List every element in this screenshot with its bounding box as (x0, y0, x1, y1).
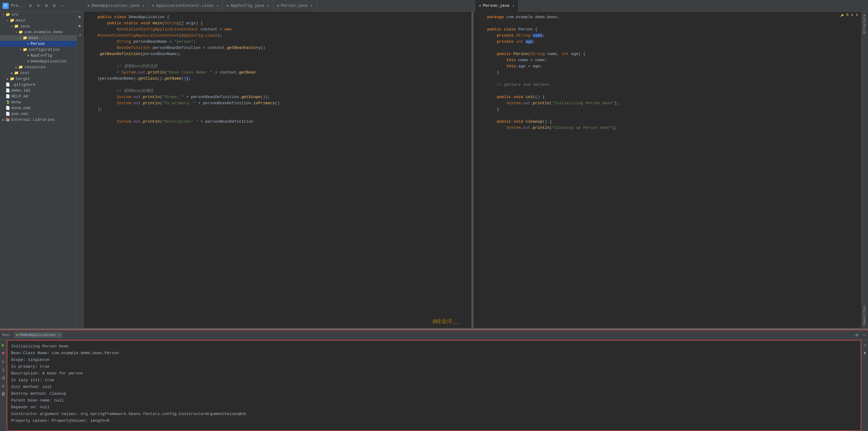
code-line (473, 20, 861, 26)
editor-left: public class DemoApplication { public st… (84, 12, 472, 328)
run-area: Run: ■ DemoApplication ✕ ⚙ — ▶ ■ ↻ ⤓ 🖨 ⇅… (0, 330, 868, 431)
folder-java-icon: 📁 (14, 24, 19, 29)
folder-test-icon: 📁 (14, 71, 19, 75)
right-side-tabs: Structure Favorites (861, 12, 868, 328)
main-area: ▾ 📁 src ▾ 📁 main ▾ 📁 java ▾ (0, 12, 868, 328)
console-line-1: Initializing Person bean (11, 343, 857, 350)
arrow-ext-libs: ▶ (1, 118, 5, 122)
favorites-tab[interactable]: Favorites (861, 303, 868, 328)
close-run-icon[interactable]: — (863, 333, 866, 338)
editor-content-right[interactable]: ✓ ▲ 6 ∧ ∨ package com.example.demo.bean;… (473, 12, 861, 328)
wrap-icon[interactable]: ↩ (863, 342, 866, 348)
folder-main-icon: 📁 (10, 18, 14, 23)
editor-right: ✓ ▲ 6 ∧ ∨ package com.example.demo.bean;… (473, 12, 861, 328)
folder-bean-icon: 📁 (23, 36, 27, 40)
tab-close-appctx[interactable]: ✕ (217, 4, 219, 8)
settings-icon[interactable]: ⚙ (28, 3, 33, 8)
filter-icon[interactable]: ▼ (863, 351, 866, 356)
play-icon[interactable]: ▶ (2, 342, 4, 348)
tree-item-main[interactable]: ▾ 📁 main (0, 18, 76, 23)
label-com: com.example.demo (24, 30, 63, 34)
tree-item-com[interactable]: ▾ 📁 com.example.demo (0, 29, 76, 35)
code-line: ⚡ System.out.println("Bean Class Name: "… (84, 69, 471, 75)
diff-icon[interactable]: ⇅ (2, 383, 4, 389)
print-icon[interactable]: 🖨 (1, 375, 5, 380)
tree-item-ext-libs[interactable]: ▶ 📚 External Libraries (0, 117, 76, 123)
label-demo-iml: demo.iml (11, 88, 30, 93)
console-line-9: Parent bean name: null (11, 397, 857, 404)
run-gutter-icon-2[interactable]: ▶ (79, 23, 81, 28)
tree-item-java[interactable]: ▾ 📁 java (0, 23, 76, 29)
tab-close-appconfig[interactable]: ✕ (267, 4, 269, 8)
tree-item-person[interactable]: ● Person (0, 41, 76, 47)
code-line (473, 113, 861, 119)
run-tab-close[interactable]: ✕ (58, 333, 60, 337)
code-line: } (473, 106, 861, 113)
tree-item-gitignore[interactable]: 📄 .gitignore (0, 82, 76, 88)
java-icon-4: ● (479, 4, 481, 8)
arrow-test: ▶ (10, 71, 14, 75)
tab-application-context[interactable]: ● ApplicationContext.class ✕ (149, 0, 223, 12)
java-icon: ● (87, 4, 89, 8)
editors-area: ▶ ▶ ⚠ public class DemoApplication { pub… (77, 12, 868, 328)
console-line-5: Description: A bean for person (11, 370, 857, 377)
run-tab-label: DemoApplication (19, 333, 55, 337)
code-line (84, 82, 471, 88)
rerun-icon[interactable]: ↻ (2, 359, 4, 364)
tree-item-demoapplication[interactable]: ● DemoApplication (0, 58, 76, 64)
run-tab-demo[interactable]: ■ DemoApplication ✕ (14, 332, 62, 338)
code-line (473, 88, 861, 94)
tree-item-helpmd[interactable]: 📄 HELP.md (0, 93, 76, 99)
mvnw-cmd-icon: 📄 (5, 106, 10, 111)
code-line: System.out.println("Initializing Person … (473, 100, 861, 106)
tree-item-configuration[interactable]: ▾ 📁 configuration (0, 47, 76, 53)
tree-item-src[interactable]: ▾ 📁 src (0, 12, 76, 18)
run-body: ▶ ■ ↻ ⤓ 🖨 ⇅ 🗑 Initializing Person bean B… (0, 340, 868, 431)
tab-demo-application[interactable]: ● DemoApplication.java ✕ (84, 0, 149, 12)
tab-close-person-l[interactable]: ✕ (310, 4, 313, 8)
tree-item-mvnw[interactable]: 🍃 mvnw (0, 99, 76, 105)
editor-content-left[interactable]: public class DemoApplication { public st… (84, 12, 471, 328)
project-icon: P (2, 3, 9, 9)
grid-icon[interactable]: ⊞ (44, 3, 49, 8)
code-line: String personBeanName = "person"; (84, 39, 471, 45)
code-line: System.out.println("Is primary: " + pers… (84, 100, 471, 106)
tree-item-demo-iml[interactable]: 📄 demo.iml (0, 88, 76, 93)
stop-icon[interactable]: ■ (2, 351, 4, 356)
arrow-resources: ▶ (14, 65, 19, 69)
menu-icon[interactable]: ≡ (36, 3, 41, 8)
tab-close-person-r[interactable]: ✕ (513, 4, 515, 8)
console-line-2: Bean Class Name: com.example.demo.bean.P… (11, 350, 857, 357)
arrow-com: ▾ (14, 30, 19, 34)
scroll-end-icon[interactable]: ⤓ (2, 367, 5, 372)
console-output: Initializing Person bean Bean Class Name… (7, 340, 861, 431)
structure-tab[interactable]: Structure (861, 12, 868, 37)
tree-item-target[interactable]: ▶ 📁 target (0, 76, 76, 82)
minimize-icon[interactable]: — (60, 3, 65, 8)
tree-item-bean[interactable]: ▾ 📁 bean (0, 35, 76, 41)
tree-item-appconfig[interactable]: ● AppConfig (0, 53, 76, 58)
code-line: BeanDefinition personBeanDefinition = co… (84, 45, 471, 51)
run-gutter-icon[interactable]: ▶ (79, 14, 81, 19)
label-java: java (20, 24, 30, 29)
settings-run-icon[interactable]: ⚙ (856, 332, 858, 338)
tree-item-test[interactable]: ▶ 📁 test (0, 70, 76, 76)
tree-item-pom[interactable]: 📄 pom.xml (0, 111, 76, 117)
tab-person-right[interactable]: ● Person.java ✕ (475, 0, 519, 12)
console-line-10: Depends on: null (11, 404, 857, 411)
tab-app-config[interactable]: ● AppConfig.java ✕ (223, 0, 273, 12)
project-label: Pro... (11, 3, 26, 8)
tree-item-resources[interactable]: ▶ 📁 resources (0, 64, 76, 70)
label-pom: pom.xml (11, 112, 28, 116)
warn-gutter-icon[interactable]: ⚠ (79, 32, 81, 37)
tab-close-demo[interactable]: ✕ (142, 4, 145, 8)
top-bar: P Pro... ⚙ ≡ ⊞ ⚙ — ● DemoApplication.jav… (0, 0, 868, 12)
tree-item-mvnw-cmd[interactable]: 📄 mvnw.cmd (0, 105, 76, 111)
trash-icon[interactable]: 🗑 (1, 392, 5, 397)
label-ext-libs: External Libraries (11, 117, 54, 122)
config-icon[interactable]: ⚙ (52, 3, 57, 8)
tab-person-left[interactable]: ● Person.java ✕ (273, 0, 317, 12)
code-line (84, 57, 471, 63)
code-line: this.name = name; (473, 57, 861, 63)
right-tab-bar: ● Person.java ✕ (475, 0, 866, 12)
